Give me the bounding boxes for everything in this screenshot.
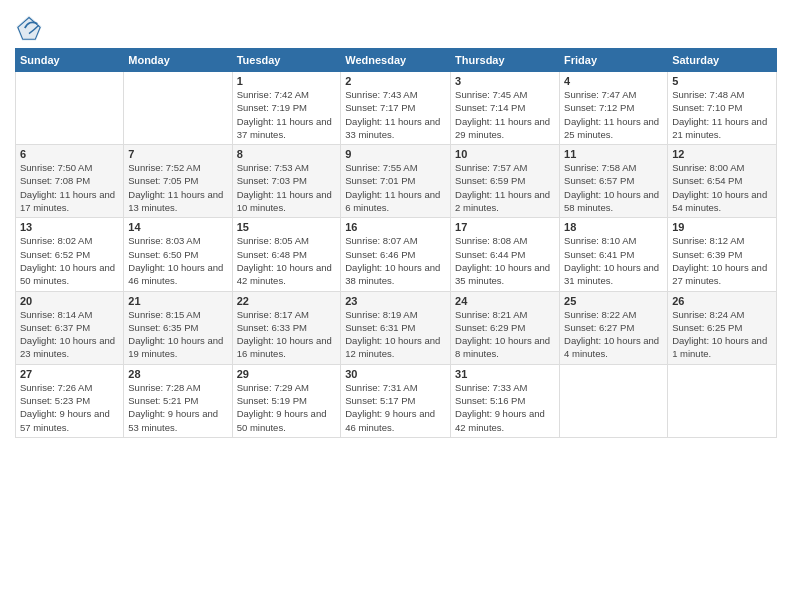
day-number: 5 — [672, 75, 772, 87]
day-info: Sunrise: 7:52 AM Sunset: 7:05 PM Dayligh… — [128, 161, 227, 214]
day-number: 30 — [345, 368, 446, 380]
day-info: Sunrise: 8:02 AM Sunset: 6:52 PM Dayligh… — [20, 234, 119, 287]
day-number: 16 — [345, 221, 446, 233]
day-cell: 6Sunrise: 7:50 AM Sunset: 7:08 PM Daylig… — [16, 145, 124, 218]
day-info: Sunrise: 8:19 AM Sunset: 6:31 PM Dayligh… — [345, 308, 446, 361]
day-number: 3 — [455, 75, 555, 87]
logo — [15, 14, 47, 42]
day-info: Sunrise: 8:22 AM Sunset: 6:27 PM Dayligh… — [564, 308, 663, 361]
day-info: Sunrise: 7:55 AM Sunset: 7:01 PM Dayligh… — [345, 161, 446, 214]
day-info: Sunrise: 7:33 AM Sunset: 5:16 PM Dayligh… — [455, 381, 555, 434]
day-cell: 21Sunrise: 8:15 AM Sunset: 6:35 PM Dayli… — [124, 291, 232, 364]
day-number: 15 — [237, 221, 337, 233]
day-cell: 18Sunrise: 8:10 AM Sunset: 6:41 PM Dayli… — [560, 218, 668, 291]
day-cell: 7Sunrise: 7:52 AM Sunset: 7:05 PM Daylig… — [124, 145, 232, 218]
day-number: 17 — [455, 221, 555, 233]
day-number: 6 — [20, 148, 119, 160]
day-info: Sunrise: 8:00 AM Sunset: 6:54 PM Dayligh… — [672, 161, 772, 214]
day-cell — [668, 364, 777, 437]
week-row-1: 1Sunrise: 7:42 AM Sunset: 7:19 PM Daylig… — [16, 72, 777, 145]
week-row-4: 20Sunrise: 8:14 AM Sunset: 6:37 PM Dayli… — [16, 291, 777, 364]
day-cell: 1Sunrise: 7:42 AM Sunset: 7:19 PM Daylig… — [232, 72, 341, 145]
day-cell: 19Sunrise: 8:12 AM Sunset: 6:39 PM Dayli… — [668, 218, 777, 291]
day-info: Sunrise: 8:12 AM Sunset: 6:39 PM Dayligh… — [672, 234, 772, 287]
day-cell: 29Sunrise: 7:29 AM Sunset: 5:19 PM Dayli… — [232, 364, 341, 437]
day-cell: 11Sunrise: 7:58 AM Sunset: 6:57 PM Dayli… — [560, 145, 668, 218]
day-number: 8 — [237, 148, 337, 160]
day-info: Sunrise: 8:03 AM Sunset: 6:50 PM Dayligh… — [128, 234, 227, 287]
day-cell: 3Sunrise: 7:45 AM Sunset: 7:14 PM Daylig… — [451, 72, 560, 145]
day-cell: 13Sunrise: 8:02 AM Sunset: 6:52 PM Dayli… — [16, 218, 124, 291]
header-row — [15, 10, 777, 42]
day-cell: 22Sunrise: 8:17 AM Sunset: 6:33 PM Dayli… — [232, 291, 341, 364]
day-number: 26 — [672, 295, 772, 307]
day-number: 4 — [564, 75, 663, 87]
header-row-days: SundayMondayTuesdayWednesdayThursdayFrid… — [16, 49, 777, 72]
day-number: 24 — [455, 295, 555, 307]
day-cell: 30Sunrise: 7:31 AM Sunset: 5:17 PM Dayli… — [341, 364, 451, 437]
calendar-table: SundayMondayTuesdayWednesdayThursdayFrid… — [15, 48, 777, 438]
day-info: Sunrise: 8:05 AM Sunset: 6:48 PM Dayligh… — [237, 234, 337, 287]
day-number: 25 — [564, 295, 663, 307]
day-info: Sunrise: 7:43 AM Sunset: 7:17 PM Dayligh… — [345, 88, 446, 141]
day-cell: 14Sunrise: 8:03 AM Sunset: 6:50 PM Dayli… — [124, 218, 232, 291]
col-header-tuesday: Tuesday — [232, 49, 341, 72]
day-number: 27 — [20, 368, 119, 380]
day-info: Sunrise: 8:24 AM Sunset: 6:25 PM Dayligh… — [672, 308, 772, 361]
day-info: Sunrise: 8:21 AM Sunset: 6:29 PM Dayligh… — [455, 308, 555, 361]
day-cell: 17Sunrise: 8:08 AM Sunset: 6:44 PM Dayli… — [451, 218, 560, 291]
day-number: 2 — [345, 75, 446, 87]
day-number: 18 — [564, 221, 663, 233]
day-cell: 2Sunrise: 7:43 AM Sunset: 7:17 PM Daylig… — [341, 72, 451, 145]
day-cell: 25Sunrise: 8:22 AM Sunset: 6:27 PM Dayli… — [560, 291, 668, 364]
day-cell — [124, 72, 232, 145]
col-header-friday: Friday — [560, 49, 668, 72]
col-header-wednesday: Wednesday — [341, 49, 451, 72]
day-info: Sunrise: 7:28 AM Sunset: 5:21 PM Dayligh… — [128, 381, 227, 434]
day-number: 1 — [237, 75, 337, 87]
day-number: 12 — [672, 148, 772, 160]
day-cell — [16, 72, 124, 145]
day-info: Sunrise: 8:10 AM Sunset: 6:41 PM Dayligh… — [564, 234, 663, 287]
week-row-2: 6Sunrise: 7:50 AM Sunset: 7:08 PM Daylig… — [16, 145, 777, 218]
day-info: Sunrise: 7:57 AM Sunset: 6:59 PM Dayligh… — [455, 161, 555, 214]
day-cell: 23Sunrise: 8:19 AM Sunset: 6:31 PM Dayli… — [341, 291, 451, 364]
col-header-saturday: Saturday — [668, 49, 777, 72]
svg-marker-0 — [16, 15, 41, 40]
day-info: Sunrise: 7:26 AM Sunset: 5:23 PM Dayligh… — [20, 381, 119, 434]
day-cell: 26Sunrise: 8:24 AM Sunset: 6:25 PM Dayli… — [668, 291, 777, 364]
day-number: 31 — [455, 368, 555, 380]
day-cell: 24Sunrise: 8:21 AM Sunset: 6:29 PM Dayli… — [451, 291, 560, 364]
day-info: Sunrise: 8:14 AM Sunset: 6:37 PM Dayligh… — [20, 308, 119, 361]
col-header-sunday: Sunday — [16, 49, 124, 72]
col-header-monday: Monday — [124, 49, 232, 72]
day-info: Sunrise: 7:42 AM Sunset: 7:19 PM Dayligh… — [237, 88, 337, 141]
day-info: Sunrise: 7:45 AM Sunset: 7:14 PM Dayligh… — [455, 88, 555, 141]
day-cell: 4Sunrise: 7:47 AM Sunset: 7:12 PM Daylig… — [560, 72, 668, 145]
day-number: 23 — [345, 295, 446, 307]
col-header-thursday: Thursday — [451, 49, 560, 72]
day-info: Sunrise: 8:17 AM Sunset: 6:33 PM Dayligh… — [237, 308, 337, 361]
day-cell: 9Sunrise: 7:55 AM Sunset: 7:01 PM Daylig… — [341, 145, 451, 218]
day-cell: 31Sunrise: 7:33 AM Sunset: 5:16 PM Dayli… — [451, 364, 560, 437]
day-info: Sunrise: 8:07 AM Sunset: 6:46 PM Dayligh… — [345, 234, 446, 287]
day-info: Sunrise: 7:31 AM Sunset: 5:17 PM Dayligh… — [345, 381, 446, 434]
day-cell: 12Sunrise: 8:00 AM Sunset: 6:54 PM Dayli… — [668, 145, 777, 218]
day-cell: 28Sunrise: 7:28 AM Sunset: 5:21 PM Dayli… — [124, 364, 232, 437]
day-number: 20 — [20, 295, 119, 307]
day-number: 29 — [237, 368, 337, 380]
day-cell: 16Sunrise: 8:07 AM Sunset: 6:46 PM Dayli… — [341, 218, 451, 291]
day-number: 7 — [128, 148, 227, 160]
day-info: Sunrise: 8:15 AM Sunset: 6:35 PM Dayligh… — [128, 308, 227, 361]
day-number: 22 — [237, 295, 337, 307]
day-number: 11 — [564, 148, 663, 160]
day-cell — [560, 364, 668, 437]
day-info: Sunrise: 7:48 AM Sunset: 7:10 PM Dayligh… — [672, 88, 772, 141]
day-info: Sunrise: 7:58 AM Sunset: 6:57 PM Dayligh… — [564, 161, 663, 214]
day-number: 14 — [128, 221, 227, 233]
day-info: Sunrise: 7:50 AM Sunset: 7:08 PM Dayligh… — [20, 161, 119, 214]
day-info: Sunrise: 7:47 AM Sunset: 7:12 PM Dayligh… — [564, 88, 663, 141]
day-info: Sunrise: 7:53 AM Sunset: 7:03 PM Dayligh… — [237, 161, 337, 214]
day-number: 28 — [128, 368, 227, 380]
day-cell: 27Sunrise: 7:26 AM Sunset: 5:23 PM Dayli… — [16, 364, 124, 437]
